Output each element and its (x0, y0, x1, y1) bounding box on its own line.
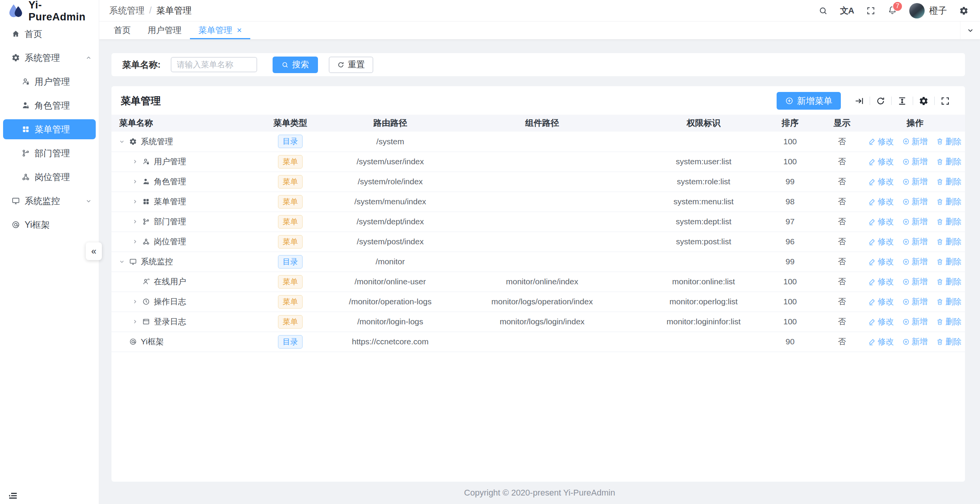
menu-type-tag: 菜单 (278, 275, 303, 289)
search-icon[interactable] (819, 6, 828, 15)
edit-pencil-icon (869, 218, 876, 225)
sidebar-item-home[interactable]: 首页 (0, 22, 99, 46)
sidebar-item-post[interactable]: 岗位管理 (0, 165, 99, 189)
actions-cell: 修改新增删除 (865, 252, 965, 272)
row-expand-toggle[interactable] (131, 319, 138, 325)
add-button[interactable]: 新增 (902, 216, 928, 227)
delete-button[interactable]: 删除 (936, 216, 962, 227)
expand-toggle-icon[interactable] (849, 96, 870, 106)
row-density-icon[interactable] (892, 96, 913, 106)
tab-menu[interactable]: 菜单管理× (190, 22, 250, 39)
add-button[interactable]: 新增 (902, 256, 928, 267)
add-button[interactable]: 新增 (902, 236, 928, 247)
edit-button[interactable]: 修改 (869, 236, 894, 247)
plus-circle-icon (902, 178, 910, 185)
menu-name: 操作日志 (154, 296, 186, 307)
edit-button[interactable]: 修改 (869, 156, 894, 167)
sidebar-item-dept[interactable]: 部门管理 (0, 141, 99, 165)
route-path-cell: /system/user/index (342, 152, 438, 172)
edit-button[interactable]: 修改 (869, 136, 894, 147)
add-button[interactable]: 新增 (902, 276, 928, 287)
add-button[interactable]: 新增 (902, 196, 928, 207)
add-button[interactable]: 新增 (902, 336, 928, 347)
sidebar-item-monitor[interactable]: 系统监控 (0, 189, 99, 213)
delete-button[interactable]: 删除 (936, 136, 962, 147)
reset-button-label: 重置 (348, 59, 365, 70)
fullscreen-icon[interactable] (866, 6, 875, 15)
edit-button[interactable]: 修改 (869, 196, 894, 207)
table-fullscreen-icon[interactable] (935, 96, 956, 106)
row-expand-toggle[interactable] (131, 299, 138, 305)
row-expand-toggle[interactable] (131, 239, 138, 245)
row-expand-toggle[interactable] (131, 199, 138, 205)
breadcrumb-item-system[interactable]: 系统管理 (109, 5, 145, 17)
add-button[interactable]: 新增 (902, 316, 928, 327)
add-button[interactable]: 新增 (902, 156, 928, 167)
delete-button[interactable]: 删除 (936, 156, 962, 167)
add-menu-button[interactable]: 新增菜单 (777, 92, 841, 110)
panel-title: 菜单管理 (121, 94, 161, 108)
monitor-icon (12, 197, 20, 205)
delete-button[interactable]: 删除 (936, 256, 962, 267)
search-button[interactable]: 搜索 (273, 57, 318, 73)
delete-button[interactable]: 删除 (936, 336, 962, 347)
edit-button[interactable]: 修改 (869, 316, 894, 327)
login-log-icon (142, 318, 150, 325)
edit-button[interactable]: 修改 (869, 296, 894, 307)
route-path-cell: https://ccnetcore.com (342, 332, 438, 352)
sidebar-collapse-button[interactable]: « (86, 242, 102, 260)
component-path-cell (438, 192, 646, 212)
row-expand-toggle[interactable] (118, 139, 125, 145)
menu-fold-icon[interactable] (8, 491, 18, 501)
edit-button[interactable]: 修改 (869, 336, 894, 347)
translate-icon[interactable]: 文A (840, 5, 854, 17)
column-settings-icon[interactable] (913, 96, 934, 106)
delete-button[interactable]: 删除 (936, 176, 962, 187)
edit-button[interactable]: 修改 (869, 256, 894, 267)
sidebar-item-user[interactable]: 用户管理 (0, 70, 99, 93)
sidebar-item-yi-framework[interactable]: Yi框架 (0, 213, 99, 237)
sidebar-item-system[interactable]: 系统管理 (0, 46, 99, 70)
tab-more-chevron-down-icon[interactable] (960, 22, 980, 39)
delete-button[interactable]: 删除 (936, 196, 962, 207)
table-row-role: 角色管理菜单/system/role/indexsystem:role:list… (111, 172, 965, 192)
row-expand-toggle[interactable] (118, 259, 125, 265)
delete-button[interactable]: 删除 (936, 276, 962, 287)
menu-name-cell: 部门管理 (111, 212, 238, 232)
delete-button[interactable]: 删除 (936, 316, 962, 327)
edit-button[interactable]: 修改 (869, 176, 894, 187)
edit-pencil-icon (869, 158, 876, 165)
row-expand-toggle[interactable] (131, 179, 138, 185)
add-button[interactable]: 新增 (902, 136, 928, 147)
add-button[interactable]: 新增 (902, 176, 928, 187)
column-header: 组件路径 (438, 115, 646, 132)
tab-home[interactable]: 首页 (105, 22, 139, 39)
dept-icon (22, 149, 30, 157)
table-refresh-icon[interactable] (870, 96, 891, 106)
row-expand-toggle[interactable] (131, 219, 138, 225)
post-icon (142, 238, 150, 245)
menu-name-input[interactable] (171, 57, 257, 72)
notifications-button[interactable]: 7 (888, 5, 897, 16)
sidebar-item-role[interactable]: 角色管理 (0, 93, 99, 117)
row-expand-toggle[interactable] (131, 159, 138, 165)
delete-button[interactable]: 删除 (936, 296, 962, 307)
reset-button[interactable]: 重置 (329, 57, 373, 73)
edit-button[interactable]: 修改 (869, 276, 894, 287)
route-path-cell: /system (342, 132, 438, 152)
settings-gear-icon[interactable] (959, 6, 968, 15)
logo[interactable]: Yi-PureAdmin (0, 0, 99, 22)
user-menu[interactable]: 橙子 (909, 3, 947, 18)
component-path-cell (438, 152, 646, 172)
menu-name: 菜单管理 (154, 196, 186, 207)
close-tab-icon[interactable]: × (237, 26, 242, 35)
sidebar-item-menu[interactable]: 菜单管理 (3, 119, 96, 139)
add-button[interactable]: 新增 (902, 296, 928, 307)
edit-pencil-icon (869, 298, 876, 305)
edit-button[interactable]: 修改 (869, 216, 894, 227)
delete-button[interactable]: 删除 (936, 236, 962, 247)
menu-name-cell: 菜单管理 (111, 192, 238, 212)
tab-user[interactable]: 用户管理 (139, 22, 190, 39)
action-label: 新增 (912, 336, 928, 347)
search-form: 菜单名称: 搜索 重置 (111, 53, 965, 76)
